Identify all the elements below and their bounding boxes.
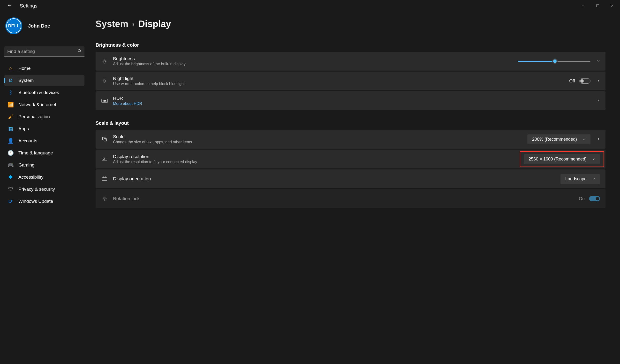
svg-line-10 — [106, 62, 106, 63]
user-name: John Doe — [28, 23, 50, 29]
night-light-title: Night light — [113, 76, 569, 81]
privacy-icon: 🛡 — [8, 186, 14, 192]
personalization-icon: 🖌 — [8, 114, 14, 120]
resolution-dropdown[interactable]: 2560 × 1600 (Recommended) — [524, 154, 600, 164]
sidebar-item-accounts[interactable]: 👤Accounts — [4, 135, 84, 146]
apps-icon: ▦ — [8, 126, 14, 132]
sidebar-item-personalization[interactable]: 🖌Personalization — [4, 111, 84, 122]
chevron-down-icon — [582, 138, 586, 141]
chevron-down-icon[interactable] — [597, 59, 600, 64]
scale-value: 200% (Recommended) — [532, 137, 577, 142]
sidebar-item-label: Bluetooth & devices — [18, 90, 59, 95]
accessibility-icon: ✱ — [8, 174, 14, 180]
scale-card[interactable]: Scale Change the size of text, apps, and… — [96, 130, 605, 149]
sidebar-item-label: Windows Update — [18, 199, 53, 204]
back-button[interactable] — [6, 1, 13, 10]
resolution-value: 2560 × 1600 (Recommended) — [528, 157, 587, 162]
svg-line-19 — [103, 82, 103, 82]
search-input[interactable] — [4, 46, 84, 57]
resolution-title: Display resolution — [113, 154, 524, 159]
arrow-left-icon — [7, 3, 12, 7]
svg-point-6 — [104, 60, 105, 62]
sidebar-item-accessibility[interactable]: ✱Accessibility — [4, 172, 84, 183]
sidebar: DELL John Doe ⌂Home🖥SystemᛒBluetooth & d… — [0, 12, 88, 364]
svg-rect-25 — [102, 157, 107, 160]
svg-point-4 — [78, 50, 80, 52]
sidebar-item-system[interactable]: 🖥System — [4, 75, 84, 86]
sidebar-item-update[interactable]: ⟳Windows Update — [4, 196, 84, 207]
slider-thumb[interactable] — [552, 58, 558, 64]
main-content: System › Display Brightness & color Brig… — [88, 12, 620, 364]
night-light-toggle[interactable] — [579, 78, 590, 84]
hdr-card[interactable]: HDR HDR More about HDR — [96, 91, 605, 110]
rotation-lock-card: Rotation lock On — [96, 189, 605, 208]
night-light-state: Off — [569, 79, 575, 84]
accounts-icon: 👤 — [8, 138, 14, 144]
orientation-value: Landscape — [565, 176, 587, 182]
hdr-icon: HDR — [101, 99, 108, 103]
chevron-right-icon[interactable] — [597, 137, 600, 142]
sidebar-item-label: Time & language — [18, 150, 53, 156]
home-icon: ⌂ — [8, 66, 14, 71]
svg-line-14 — [106, 60, 106, 60]
update-icon: ⟳ — [8, 198, 14, 204]
chevron-right-icon[interactable] — [597, 98, 600, 103]
sidebar-item-apps[interactable]: ▦Apps — [4, 123, 84, 134]
sidebar-item-gaming[interactable]: 🎮Gaming — [4, 160, 84, 171]
sidebar-item-network[interactable]: 📶Network & internet — [4, 99, 84, 110]
chevron-down-icon — [592, 177, 595, 181]
gaming-icon: 🎮 — [8, 162, 14, 168]
night-light-sub: Use warmer colors to help block blue lig… — [113, 82, 569, 86]
brightness-slider[interactable] — [518, 61, 590, 62]
sidebar-item-label: Gaming — [18, 162, 35, 168]
sidebar-item-label: Personalization — [18, 114, 50, 119]
resolution-card[interactable]: Display resolution Adjust the resolution… — [96, 150, 605, 168]
sidebar-item-label: System — [18, 78, 34, 83]
search-field[interactable] — [4, 46, 84, 57]
window-maximize-button[interactable] — [590, 1, 605, 11]
slider-fill — [518, 61, 555, 62]
hdr-title: HDR — [113, 96, 595, 101]
sidebar-item-privacy[interactable]: 🛡Privacy & security — [4, 184, 84, 195]
chevron-right-icon: › — [132, 20, 134, 28]
sidebar-item-label: Accessibility — [18, 175, 43, 180]
brightness-title: Brightness — [113, 56, 518, 61]
svg-rect-28 — [104, 198, 105, 199]
resolution-sub: Adjust the resolution to fit your connec… — [113, 160, 524, 164]
time-icon: 🕒 — [8, 150, 14, 156]
svg-rect-26 — [103, 158, 104, 160]
sun-icon — [101, 58, 108, 64]
scale-icon — [101, 137, 108, 142]
brightness-card[interactable]: Brightness Adjust the brightness of the … — [96, 52, 605, 71]
svg-line-18 — [103, 80, 103, 80]
search-icon — [78, 49, 81, 54]
scale-title: Scale — [113, 134, 527, 139]
rotation-lock-state: On — [579, 196, 585, 201]
rotation-lock-title: Rotation lock — [113, 196, 579, 201]
scale-sub: Change the size of text, apps, and other… — [113, 140, 527, 144]
user-profile[interactable]: DELL John Doe — [4, 15, 84, 38]
orientation-dropdown[interactable]: Landscape — [560, 174, 600, 184]
breadcrumb: System › Display — [96, 19, 605, 29]
sidebar-item-time[interactable]: 🕒Time & language — [4, 147, 84, 159]
window-minimize-button[interactable] — [576, 1, 590, 11]
svg-line-13 — [103, 62, 103, 63]
hdr-link[interactable]: More about HDR — [113, 102, 595, 106]
avatar-logo: DELL — [7, 19, 21, 33]
scale-dropdown[interactable]: 200% (Recommended) — [527, 134, 590, 144]
chevron-right-icon[interactable] — [597, 79, 600, 84]
night-light-card[interactable]: Night light Use warmer colors to help bl… — [96, 72, 605, 90]
svg-rect-27 — [102, 178, 107, 181]
section-scale-title: Scale & layout — [96, 120, 605, 126]
brightness-sub: Adjust the brightness of the built-in di… — [113, 62, 518, 66]
sidebar-item-bluetooth[interactable]: ᛒBluetooth & devices — [4, 87, 84, 98]
bluetooth-icon: ᛒ — [8, 90, 14, 95]
svg-rect-1 — [597, 5, 599, 7]
window-title: Settings — [20, 3, 37, 9]
sidebar-item-home[interactable]: ⌂Home — [4, 63, 84, 74]
sidebar-item-label: Apps — [18, 126, 29, 131]
breadcrumb-parent[interactable]: System — [96, 19, 128, 29]
window-close-button[interactable] — [605, 1, 620, 11]
orientation-card[interactable]: Display orientation Landscape — [96, 169, 605, 188]
chevron-down-icon — [592, 157, 595, 161]
